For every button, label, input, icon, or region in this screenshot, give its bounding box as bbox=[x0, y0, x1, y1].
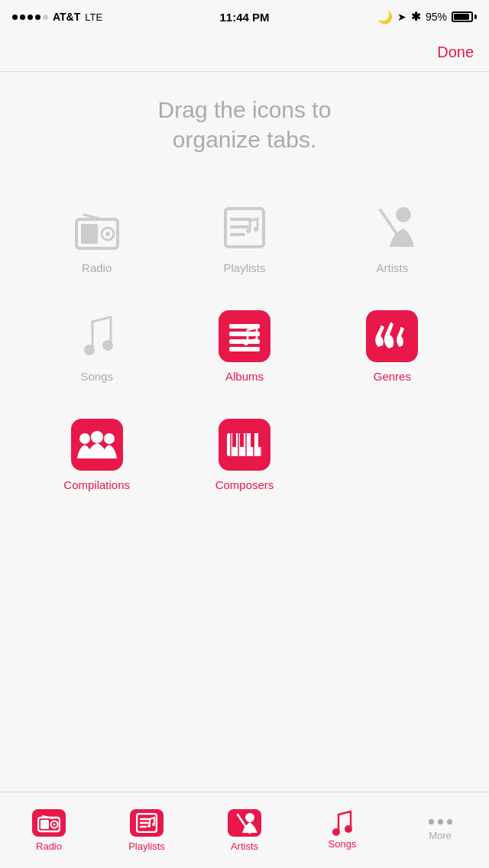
svg-point-26 bbox=[91, 431, 103, 443]
svg-point-25 bbox=[104, 433, 115, 444]
genres-icon-wrapper bbox=[364, 309, 419, 364]
svg-point-40 bbox=[53, 823, 56, 825]
tab-playlists-icon-bg bbox=[130, 809, 164, 837]
svg-point-3 bbox=[105, 232, 110, 236]
tab-songs-icon bbox=[331, 810, 354, 836]
svg-point-14 bbox=[102, 340, 113, 351]
svg-point-20 bbox=[253, 338, 257, 343]
albums-label: Albums bbox=[225, 370, 264, 383]
svg-rect-16 bbox=[229, 332, 260, 336]
svg-point-24 bbox=[79, 433, 90, 444]
location-icon: ➤ bbox=[397, 11, 406, 23]
icon-grid-row1: Radio Playlists bbox=[23, 185, 466, 510]
genres-icon bbox=[372, 319, 412, 353]
composers-icon-bg bbox=[219, 419, 270, 471]
more-icon bbox=[429, 819, 452, 824]
tab-songs-icon-wrapper bbox=[331, 811, 354, 834]
status-left: AT&T LTE bbox=[12, 11, 102, 23]
done-button[interactable]: Done bbox=[437, 44, 474, 61]
svg-point-19 bbox=[244, 341, 248, 345]
svg-point-51 bbox=[345, 825, 352, 833]
radio-icon-wrapper bbox=[70, 200, 125, 255]
signal-strength bbox=[12, 15, 48, 20]
svg-point-12 bbox=[396, 207, 411, 222]
svg-rect-38 bbox=[40, 820, 49, 829]
nav-bar: Done bbox=[0, 34, 489, 72]
time-display: 11:44 PM bbox=[219, 11, 269, 24]
radio-label: Radio bbox=[82, 261, 112, 274]
artists-icon-wrapper bbox=[364, 200, 419, 255]
tab-artists-label: Artists bbox=[231, 840, 258, 852]
icon-item-playlists[interactable]: Playlists bbox=[170, 185, 318, 293]
artists-label: Artists bbox=[376, 261, 408, 274]
svg-rect-27 bbox=[227, 433, 262, 456]
radio-icon bbox=[73, 206, 121, 250]
genres-icon-bg bbox=[366, 310, 418, 362]
composers-icon bbox=[225, 429, 264, 461]
tab-radio-icon bbox=[37, 813, 60, 833]
bluetooth-icon: ✱ bbox=[411, 10, 421, 24]
svg-rect-18 bbox=[229, 347, 260, 351]
songs-label: Songs bbox=[80, 370, 113, 383]
playlists-icon bbox=[221, 206, 268, 250]
tab-bar: Radio Playlists Artists bbox=[0, 792, 489, 868]
tab-playlists-label: Playlists bbox=[128, 840, 165, 852]
genres-label: Genres bbox=[374, 370, 411, 383]
svg-point-46 bbox=[147, 824, 151, 828]
tab-playlists-icon bbox=[136, 813, 157, 833]
tab-radio-label: Radio bbox=[36, 840, 62, 852]
songs-icon-wrapper bbox=[70, 309, 125, 364]
playlists-label: Playlists bbox=[223, 261, 265, 274]
tab-more[interactable]: More bbox=[391, 811, 489, 841]
svg-point-9 bbox=[246, 228, 251, 233]
svg-rect-1 bbox=[81, 224, 98, 244]
tab-more-label: More bbox=[429, 830, 452, 841]
tab-songs-label: Songs bbox=[329, 838, 357, 850]
tab-radio-icon-bg bbox=[32, 809, 66, 837]
compilations-label: Compilations bbox=[63, 478, 130, 491]
icon-item-composers[interactable]: Composers bbox=[170, 402, 318, 510]
carrier-label: AT&T bbox=[53, 11, 80, 23]
albums-icon-wrapper bbox=[217, 309, 272, 364]
icon-item-artists[interactable]: Artists bbox=[319, 185, 466, 293]
artists-icon bbox=[365, 204, 419, 251]
tab-artists-icon-bg bbox=[228, 809, 261, 837]
albums-icon-bg bbox=[219, 310, 270, 362]
tab-songs[interactable]: Songs bbox=[293, 804, 391, 850]
status-right: 🌙 ➤ ✱ 95% bbox=[377, 10, 477, 24]
svg-point-10 bbox=[254, 227, 258, 232]
albums-icon bbox=[228, 319, 261, 353]
composers-label: Composers bbox=[215, 478, 274, 491]
svg-point-13 bbox=[84, 345, 95, 355]
tab-radio[interactable]: Radio bbox=[0, 802, 98, 852]
svg-point-47 bbox=[152, 823, 155, 826]
compilations-icon bbox=[77, 428, 117, 462]
svg-point-50 bbox=[332, 828, 340, 836]
svg-rect-29 bbox=[240, 433, 244, 447]
songs-icon bbox=[79, 314, 115, 358]
icon-item-compilations[interactable]: Compilations bbox=[23, 402, 170, 510]
main-content: Drag the icons toorganize tabs. Radio bbox=[0, 72, 489, 518]
playlists-icon-wrapper bbox=[217, 200, 272, 255]
instruction-text: Drag the icons toorganize tabs. bbox=[15, 95, 474, 154]
battery-icon bbox=[452, 11, 477, 22]
compilations-icon-bg bbox=[71, 419, 123, 471]
tab-artists-icon bbox=[232, 811, 257, 834]
composers-icon-wrapper bbox=[217, 417, 272, 472]
icon-item-albums[interactable]: Albums bbox=[170, 293, 318, 402]
svg-point-49 bbox=[245, 813, 254, 822]
icon-item-genres[interactable]: Genres bbox=[319, 293, 466, 402]
battery-percent: 95% bbox=[426, 11, 447, 23]
network-label: LTE bbox=[85, 11, 102, 23]
moon-icon: 🌙 bbox=[377, 10, 393, 24]
compilations-icon-wrapper bbox=[70, 417, 125, 472]
status-bar: AT&T LTE 11:44 PM 🌙 ➤ ✱ 95% bbox=[0, 0, 489, 34]
tab-artists[interactable]: Artists bbox=[196, 802, 293, 852]
tab-playlists[interactable]: Playlists bbox=[98, 802, 196, 852]
svg-rect-28 bbox=[232, 433, 236, 447]
icon-item-songs[interactable]: Songs bbox=[23, 293, 170, 402]
icon-item-radio[interactable]: Radio bbox=[23, 185, 170, 293]
